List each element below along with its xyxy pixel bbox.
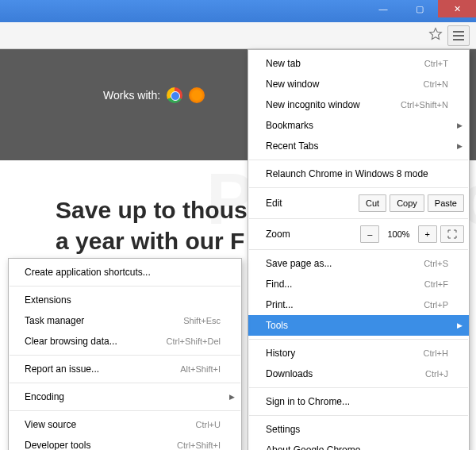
svg-rect-0 (453, 31, 464, 33)
menu-recent-tabs[interactable]: Recent Tabs▶ (248, 136, 469, 156)
chevron-right-icon: ▶ (229, 393, 235, 401)
menu-save-page[interactable]: Save page as...Ctrl+S (248, 253, 469, 274)
submenu-create-shortcuts[interactable]: Create application shortcuts... (9, 262, 241, 283)
page-headline: Save up to thous a year with our F (56, 194, 248, 256)
cut-button[interactable]: Cut (359, 194, 386, 212)
edit-label: Edit (266, 198, 355, 209)
menu-find[interactable]: Find...Ctrl+F (248, 274, 469, 294)
menu-downloads[interactable]: DownloadsCtrl+J (248, 363, 469, 384)
submenu-developer-tools[interactable]: Developer toolsCtrl+Shift+I (9, 435, 241, 450)
paste-button[interactable]: Paste (428, 194, 464, 212)
submenu-extensions[interactable]: Extensions (9, 290, 241, 310)
menu-relaunch-win8[interactable]: Relaunch Chrome in Windows 8 mode (248, 163, 469, 184)
works-with-row: Works with: (103, 87, 205, 103)
menu-new-tab[interactable]: New tabCtrl+T (248, 53, 469, 74)
menu-separator (249, 187, 468, 188)
svg-rect-2 (453, 39, 464, 40)
minimize-button[interactable]: — (365, 0, 401, 17)
menu-sign-in[interactable]: Sign in to Chrome... (248, 391, 469, 412)
menu-print[interactable]: Print...Ctrl+P (248, 294, 469, 315)
menu-separator (10, 410, 240, 411)
menu-about[interactable]: About Google Chrome (248, 440, 469, 450)
chevron-right-icon: ▶ (457, 321, 463, 329)
submenu-encoding[interactable]: Encoding▶ (9, 387, 241, 407)
menu-history[interactable]: HistoryCtrl+H (248, 343, 469, 363)
zoom-in-button[interactable]: + (418, 225, 437, 243)
copy-button[interactable]: Copy (390, 194, 424, 212)
chevron-right-icon: ▶ (457, 121, 463, 129)
menu-separator (10, 286, 240, 287)
menu-edit-row: Edit Cut Copy Paste (248, 191, 469, 215)
firefox-icon (189, 87, 205, 103)
menu-tools[interactable]: Tools▶ (248, 315, 469, 336)
tools-submenu: Create application shortcuts... Extensio… (8, 258, 242, 450)
svg-rect-1 (453, 35, 464, 37)
headline-line1: Save up to thous (56, 194, 248, 225)
submenu-task-manager[interactable]: Task managerShift+Esc (9, 310, 241, 331)
headline-line2: a year with our F (56, 225, 248, 256)
zoom-value: 100% (382, 229, 414, 239)
menu-separator (10, 355, 240, 356)
menu-bookmarks[interactable]: Bookmarks▶ (248, 115, 469, 136)
close-button[interactable]: ✕ (438, 0, 476, 17)
menu-new-window[interactable]: New windowCtrl+N (248, 74, 469, 94)
chrome-main-menu: New tabCtrl+T New windowCtrl+N New incog… (248, 49, 470, 450)
menu-separator (10, 383, 240, 383)
menu-zoom-row: Zoom – 100% + (248, 222, 469, 246)
fullscreen-button[interactable] (440, 225, 464, 243)
browser-toolbar (0, 22, 476, 49)
chrome-menu-button[interactable] (447, 25, 470, 46)
submenu-view-source[interactable]: View sourceCtrl+U (9, 414, 241, 435)
menu-incognito[interactable]: New incognito windowCtrl+Shift+N (248, 94, 469, 115)
zoom-out-button[interactable]: – (360, 225, 379, 243)
menu-separator (249, 249, 468, 250)
works-with-label: Works with: (103, 89, 160, 102)
menu-separator (249, 387, 468, 388)
menu-separator (249, 218, 468, 219)
maximize-button[interactable]: ▢ (401, 0, 438, 17)
menu-separator (249, 339, 468, 340)
menu-separator (249, 415, 468, 416)
chevron-right-icon: ▶ (457, 142, 463, 150)
menu-settings[interactable]: Settings (248, 419, 469, 440)
submenu-report-issue[interactable]: Report an issue...Alt+Shift+I (9, 359, 241, 379)
menu-separator (249, 160, 468, 160)
bookmark-star-icon[interactable] (428, 27, 443, 44)
submenu-clear-data[interactable]: Clear browsing data...Ctrl+Shift+Del (9, 331, 241, 352)
window-titlebar: — ▢ ✕ (0, 0, 476, 22)
zoom-label: Zoom (266, 229, 357, 240)
chrome-icon (167, 87, 182, 103)
